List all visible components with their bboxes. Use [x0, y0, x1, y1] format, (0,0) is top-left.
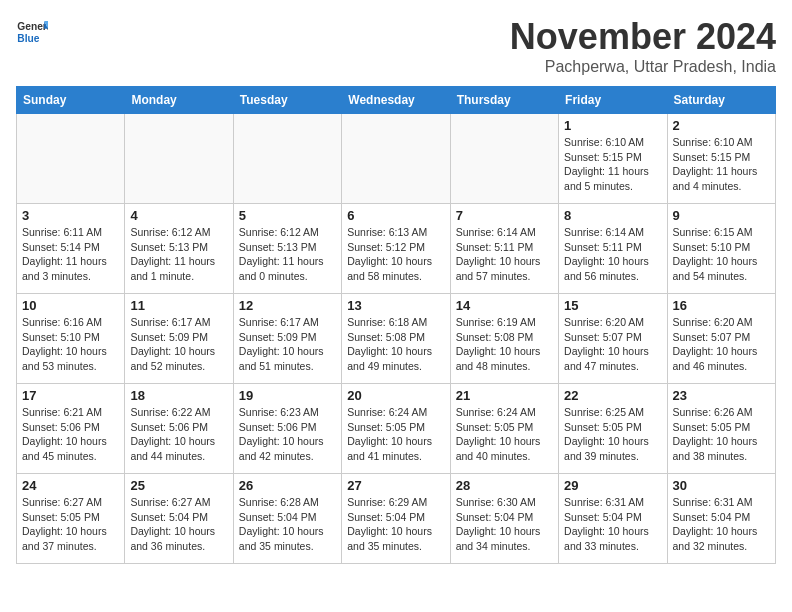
day-number: 17	[22, 388, 119, 403]
day-info: Sunrise: 6:12 AM Sunset: 5:13 PM Dayligh…	[130, 225, 227, 284]
day-info: Sunrise: 6:14 AM Sunset: 5:11 PM Dayligh…	[456, 225, 553, 284]
calendar-cell: 30Sunrise: 6:31 AM Sunset: 5:04 PM Dayli…	[667, 474, 775, 564]
day-number: 28	[456, 478, 553, 493]
day-number: 30	[673, 478, 770, 493]
calendar-cell: 10Sunrise: 6:16 AM Sunset: 5:10 PM Dayli…	[17, 294, 125, 384]
day-number: 3	[22, 208, 119, 223]
day-number: 23	[673, 388, 770, 403]
day-info: Sunrise: 6:20 AM Sunset: 5:07 PM Dayligh…	[673, 315, 770, 374]
week-row-3: 10Sunrise: 6:16 AM Sunset: 5:10 PM Dayli…	[17, 294, 776, 384]
location-title: Pachperwa, Uttar Pradesh, India	[510, 58, 776, 76]
day-info: Sunrise: 6:10 AM Sunset: 5:15 PM Dayligh…	[564, 135, 661, 194]
week-row-5: 24Sunrise: 6:27 AM Sunset: 5:05 PM Dayli…	[17, 474, 776, 564]
calendar-cell: 4Sunrise: 6:12 AM Sunset: 5:13 PM Daylig…	[125, 204, 233, 294]
day-number: 7	[456, 208, 553, 223]
calendar-cell	[125, 114, 233, 204]
calendar-table: SundayMondayTuesdayWednesdayThursdayFrid…	[16, 86, 776, 564]
calendar-cell: 23Sunrise: 6:26 AM Sunset: 5:05 PM Dayli…	[667, 384, 775, 474]
calendar-cell: 25Sunrise: 6:27 AM Sunset: 5:04 PM Dayli…	[125, 474, 233, 564]
day-info: Sunrise: 6:27 AM Sunset: 5:05 PM Dayligh…	[22, 495, 119, 554]
svg-text:General: General	[17, 21, 48, 32]
day-info: Sunrise: 6:22 AM Sunset: 5:06 PM Dayligh…	[130, 405, 227, 464]
page-header: General Blue November 2024 Pachperwa, Ut…	[16, 16, 776, 76]
day-info: Sunrise: 6:12 AM Sunset: 5:13 PM Dayligh…	[239, 225, 336, 284]
day-info: Sunrise: 6:28 AM Sunset: 5:04 PM Dayligh…	[239, 495, 336, 554]
day-number: 4	[130, 208, 227, 223]
day-number: 29	[564, 478, 661, 493]
day-number: 26	[239, 478, 336, 493]
logo-icon: General Blue	[16, 16, 48, 48]
week-row-4: 17Sunrise: 6:21 AM Sunset: 5:06 PM Dayli…	[17, 384, 776, 474]
day-number: 21	[456, 388, 553, 403]
calendar-cell: 20Sunrise: 6:24 AM Sunset: 5:05 PM Dayli…	[342, 384, 450, 474]
title-block: November 2024 Pachperwa, Uttar Pradesh, …	[510, 16, 776, 76]
calendar-cell: 16Sunrise: 6:20 AM Sunset: 5:07 PM Dayli…	[667, 294, 775, 384]
month-title: November 2024	[510, 16, 776, 58]
day-info: Sunrise: 6:11 AM Sunset: 5:14 PM Dayligh…	[22, 225, 119, 284]
day-number: 1	[564, 118, 661, 133]
calendar-cell: 29Sunrise: 6:31 AM Sunset: 5:04 PM Dayli…	[559, 474, 667, 564]
day-number: 15	[564, 298, 661, 313]
weekday-header-monday: Monday	[125, 87, 233, 114]
day-info: Sunrise: 6:18 AM Sunset: 5:08 PM Dayligh…	[347, 315, 444, 374]
day-info: Sunrise: 6:30 AM Sunset: 5:04 PM Dayligh…	[456, 495, 553, 554]
day-number: 11	[130, 298, 227, 313]
calendar-cell: 26Sunrise: 6:28 AM Sunset: 5:04 PM Dayli…	[233, 474, 341, 564]
day-info: Sunrise: 6:15 AM Sunset: 5:10 PM Dayligh…	[673, 225, 770, 284]
calendar-cell: 12Sunrise: 6:17 AM Sunset: 5:09 PM Dayli…	[233, 294, 341, 384]
day-number: 13	[347, 298, 444, 313]
calendar-cell: 2Sunrise: 6:10 AM Sunset: 5:15 PM Daylig…	[667, 114, 775, 204]
day-info: Sunrise: 6:16 AM Sunset: 5:10 PM Dayligh…	[22, 315, 119, 374]
day-number: 12	[239, 298, 336, 313]
day-number: 6	[347, 208, 444, 223]
calendar-cell: 17Sunrise: 6:21 AM Sunset: 5:06 PM Dayli…	[17, 384, 125, 474]
day-number: 22	[564, 388, 661, 403]
calendar-cell: 9Sunrise: 6:15 AM Sunset: 5:10 PM Daylig…	[667, 204, 775, 294]
calendar-cell: 19Sunrise: 6:23 AM Sunset: 5:06 PM Dayli…	[233, 384, 341, 474]
calendar-cell	[17, 114, 125, 204]
calendar-cell: 13Sunrise: 6:18 AM Sunset: 5:08 PM Dayli…	[342, 294, 450, 384]
logo: General Blue	[16, 16, 48, 48]
weekday-header-row: SundayMondayTuesdayWednesdayThursdayFrid…	[17, 87, 776, 114]
svg-text:Blue: Blue	[17, 33, 39, 44]
calendar-cell: 18Sunrise: 6:22 AM Sunset: 5:06 PM Dayli…	[125, 384, 233, 474]
week-row-2: 3Sunrise: 6:11 AM Sunset: 5:14 PM Daylig…	[17, 204, 776, 294]
weekday-header-thursday: Thursday	[450, 87, 558, 114]
day-info: Sunrise: 6:19 AM Sunset: 5:08 PM Dayligh…	[456, 315, 553, 374]
day-info: Sunrise: 6:24 AM Sunset: 5:05 PM Dayligh…	[456, 405, 553, 464]
weekday-header-saturday: Saturday	[667, 87, 775, 114]
day-info: Sunrise: 6:29 AM Sunset: 5:04 PM Dayligh…	[347, 495, 444, 554]
calendar-cell: 28Sunrise: 6:30 AM Sunset: 5:04 PM Dayli…	[450, 474, 558, 564]
day-number: 16	[673, 298, 770, 313]
day-info: Sunrise: 6:10 AM Sunset: 5:15 PM Dayligh…	[673, 135, 770, 194]
weekday-header-wednesday: Wednesday	[342, 87, 450, 114]
calendar-cell: 8Sunrise: 6:14 AM Sunset: 5:11 PM Daylig…	[559, 204, 667, 294]
calendar-cell	[342, 114, 450, 204]
calendar-cell: 27Sunrise: 6:29 AM Sunset: 5:04 PM Dayli…	[342, 474, 450, 564]
calendar-cell: 1Sunrise: 6:10 AM Sunset: 5:15 PM Daylig…	[559, 114, 667, 204]
day-info: Sunrise: 6:14 AM Sunset: 5:11 PM Dayligh…	[564, 225, 661, 284]
day-number: 9	[673, 208, 770, 223]
calendar-cell: 14Sunrise: 6:19 AM Sunset: 5:08 PM Dayli…	[450, 294, 558, 384]
calendar-cell: 7Sunrise: 6:14 AM Sunset: 5:11 PM Daylig…	[450, 204, 558, 294]
day-number: 27	[347, 478, 444, 493]
day-info: Sunrise: 6:17 AM Sunset: 5:09 PM Dayligh…	[130, 315, 227, 374]
day-info: Sunrise: 6:25 AM Sunset: 5:05 PM Dayligh…	[564, 405, 661, 464]
day-number: 24	[22, 478, 119, 493]
calendar-cell: 6Sunrise: 6:13 AM Sunset: 5:12 PM Daylig…	[342, 204, 450, 294]
calendar-cell: 11Sunrise: 6:17 AM Sunset: 5:09 PM Dayli…	[125, 294, 233, 384]
day-info: Sunrise: 6:20 AM Sunset: 5:07 PM Dayligh…	[564, 315, 661, 374]
calendar-cell	[233, 114, 341, 204]
calendar-cell	[450, 114, 558, 204]
calendar-cell: 22Sunrise: 6:25 AM Sunset: 5:05 PM Dayli…	[559, 384, 667, 474]
calendar-cell: 5Sunrise: 6:12 AM Sunset: 5:13 PM Daylig…	[233, 204, 341, 294]
week-row-1: 1Sunrise: 6:10 AM Sunset: 5:15 PM Daylig…	[17, 114, 776, 204]
day-info: Sunrise: 6:27 AM Sunset: 5:04 PM Dayligh…	[130, 495, 227, 554]
day-number: 20	[347, 388, 444, 403]
weekday-header-tuesday: Tuesday	[233, 87, 341, 114]
weekday-header-friday: Friday	[559, 87, 667, 114]
day-number: 5	[239, 208, 336, 223]
calendar-cell: 3Sunrise: 6:11 AM Sunset: 5:14 PM Daylig…	[17, 204, 125, 294]
weekday-header-sunday: Sunday	[17, 87, 125, 114]
calendar-cell: 24Sunrise: 6:27 AM Sunset: 5:05 PM Dayli…	[17, 474, 125, 564]
